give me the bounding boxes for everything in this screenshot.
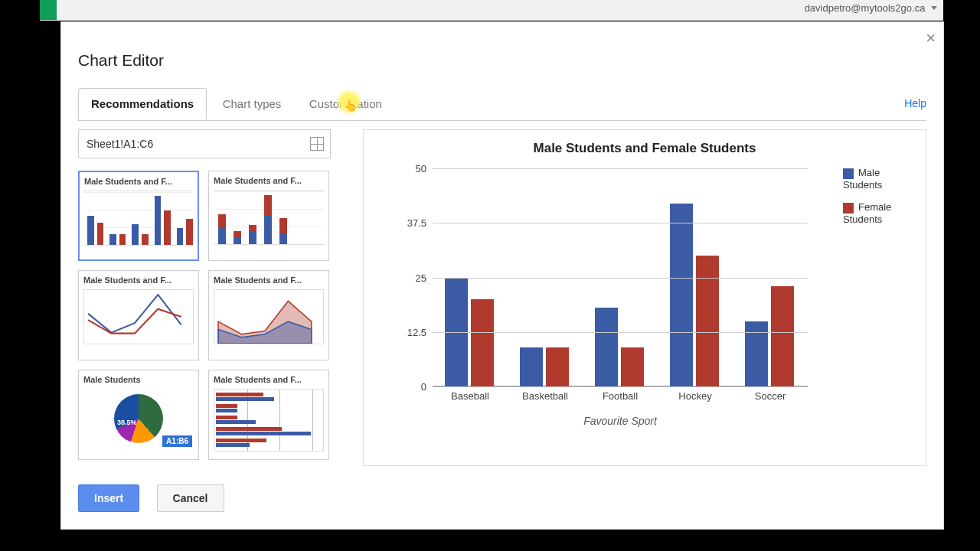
chart-thumb-area[interactable]: Male Students and F... (208, 270, 329, 360)
x-tick-label: Basketball (508, 390, 583, 402)
chart-thumb-stacked-bar[interactable]: Male Students and F... (208, 171, 329, 261)
bar (771, 286, 794, 386)
chart-legend: Male StudentsFemale Students (843, 167, 912, 236)
x-axis-title: Favourite Sport (433, 415, 808, 427)
thumb-title: Male Students and F... (214, 375, 324, 384)
sheets-brand-icon (40, 0, 57, 20)
bar (595, 308, 618, 386)
bar (745, 321, 768, 387)
bar (471, 299, 494, 386)
dialog-title: Chart Editor (78, 51, 164, 70)
data-range-input-wrap[interactable] (78, 129, 331, 158)
pie-range-badge: A1:B6 (162, 435, 192, 447)
account-caret-icon (931, 6, 937, 10)
data-range-input[interactable] (79, 138, 310, 150)
bar (546, 347, 569, 386)
legend-item: Female Students (843, 201, 912, 225)
gridline (433, 168, 808, 169)
chart-preview-pane: Male Students and Female Students 012.52… (363, 129, 926, 466)
y-tick-label: 12.5 (407, 326, 426, 337)
account-email[interactable]: davidpetro@mytools2go.ca (805, 2, 937, 14)
tab-bar: Recommendations Chart types Customizatio… (78, 88, 926, 121)
thumb-title: Male Students and F... (84, 177, 193, 186)
cancel-button[interactable]: Cancel (157, 484, 224, 512)
chart-title: Male Students and Female Students (364, 141, 926, 156)
y-tick-label: 0 (421, 381, 426, 393)
tab-chart-types[interactable]: Chart types (211, 89, 294, 119)
bar (520, 347, 543, 386)
chart-thumb-grouped-bar[interactable]: Male Students and F... (78, 171, 199, 261)
tab-recommendations[interactable]: Recommendations (78, 88, 207, 120)
bar (696, 256, 719, 386)
legend-item: Male Students (843, 167, 912, 191)
gridline (433, 223, 808, 223)
chart-editor-dialog: × Chart Editor Recommendations Chart typ… (60, 21, 944, 530)
bar (670, 204, 693, 386)
thumb-preview (214, 190, 324, 245)
close-icon[interactable]: × (926, 28, 936, 48)
x-axis-labels: BaseballBasketballFootballHockeySoccer (433, 390, 808, 402)
legend-swatch (843, 168, 854, 179)
x-tick-label: Baseball (433, 390, 508, 402)
legend-swatch (843, 203, 854, 214)
chart-thumb-pie[interactable]: Male Students 38.5% A1:B6 (78, 370, 199, 460)
thumb-title: Male Students and F... (214, 176, 324, 185)
insert-button[interactable]: Insert (78, 484, 139, 512)
chart-thumb-line[interactable]: Male Students and F... (78, 270, 199, 360)
chart-recommendation-grid: Male Students and F... Male Students and… (78, 171, 332, 469)
chart-plot-area: 012.52537.550 (433, 168, 808, 386)
x-tick-label: Hockey (658, 390, 733, 402)
x-tick-label: Football (583, 390, 658, 402)
y-tick-label: 37.5 (407, 217, 426, 229)
select-range-icon[interactable] (310, 137, 324, 151)
dialog-footer: Insert Cancel (78, 484, 238, 512)
y-tick-label: 25 (416, 272, 426, 283)
account-email-text: davidpetro@mytools2go.ca (805, 2, 926, 14)
gridline (433, 332, 808, 333)
thumb-preview (214, 389, 324, 452)
pie-slice-label: 38.5% (117, 419, 137, 426)
chart-thumb-horizontal-bar[interactable]: Male Students and F... (208, 370, 329, 460)
thumb-preview: 38.5% A1:B6 (83, 389, 194, 448)
tab-customization[interactable]: Customization (297, 89, 394, 119)
thumb-preview (214, 289, 324, 344)
help-link[interactable]: Help (904, 97, 926, 109)
gridline (433, 278, 808, 279)
y-tick-label: 50 (416, 163, 426, 174)
thumb-title: Male Students and F... (83, 276, 194, 285)
bar (621, 347, 644, 386)
thumb-preview (84, 191, 193, 246)
thumb-preview (83, 289, 194, 344)
x-tick-label: Soccer (733, 390, 808, 402)
thumb-title: Male Students and F... (214, 276, 324, 285)
gridline (433, 386, 808, 387)
thumb-title: Male Students (83, 375, 194, 384)
